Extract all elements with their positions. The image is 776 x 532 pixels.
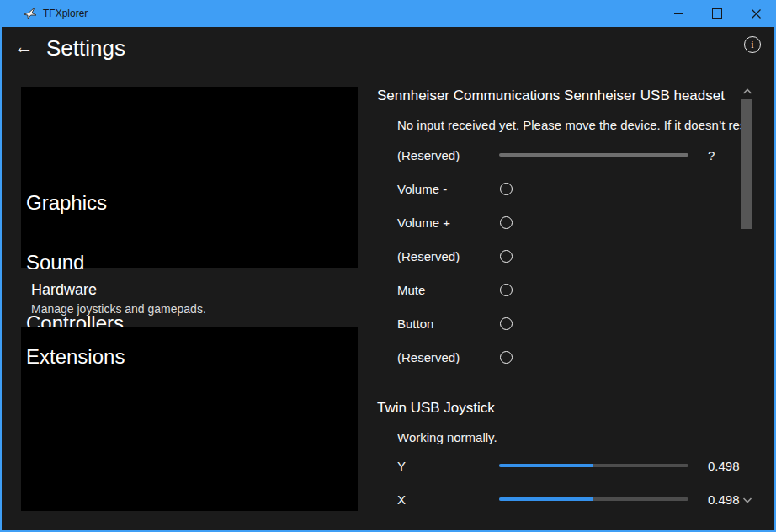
maximize-button[interactable] <box>698 0 736 27</box>
app-window: TFXplorer ← Settings i Graphics Sound Co… <box>0 0 776 532</box>
close-button[interactable] <box>736 0 775 27</box>
info-button[interactable]: i <box>744 36 761 53</box>
info-icon: i <box>751 39 753 51</box>
control-label: Mute <box>397 283 494 297</box>
sidebar-item-graphics[interactable]: Graphics <box>26 191 107 215</box>
app-jet-icon <box>23 6 38 21</box>
control-label: Volume - <box>397 182 494 196</box>
axis-value: ? <box>708 148 741 162</box>
slider-fill <box>499 497 593 501</box>
button-state-indicator[interactable] <box>500 284 513 296</box>
device-status: Working normally. <box>397 430 744 444</box>
minimize-icon <box>674 13 683 14</box>
device-name: Sennheiser Communications Sennheiser USB… <box>377 88 725 104</box>
page-title: Settings <box>46 35 125 61</box>
axis-value: 0.498 <box>708 492 741 507</box>
button-state-indicator[interactable] <box>500 216 513 229</box>
titlebar: TFXplorer <box>0 0 776 27</box>
axis-slider[interactable] <box>499 464 688 467</box>
axis-label: Y <box>397 459 494 473</box>
sidebar-item-sound[interactable]: Sound <box>26 251 84 274</box>
control-label: Button <box>397 317 494 331</box>
control-label: (Reserved) <box>397 249 494 263</box>
device-name: Twin USB Joystick <box>377 400 495 417</box>
device-status: No input received yet. Please move the d… <box>397 118 744 132</box>
control-label: (Reserved) <box>397 148 494 162</box>
button-state-indicator[interactable] <box>500 351 513 364</box>
sidebar-item-extensions[interactable]: Extensions <box>26 345 125 369</box>
axis-label: X <box>397 492 494 507</box>
app-title: TFXplorer <box>43 0 88 27</box>
back-button[interactable]: ← <box>8 32 39 61</box>
axis-slider[interactable] <box>499 153 688 157</box>
scrollbar-thumb[interactable] <box>741 99 752 229</box>
sidebar-item-hardware[interactable]: Hardware Manage joysticks and gamepads. <box>21 278 358 323</box>
close-icon <box>752 9 761 19</box>
axis-slider[interactable] <box>499 497 688 501</box>
button-state-indicator[interactable] <box>500 183 513 195</box>
hardware-title: Hardware <box>31 281 97 299</box>
slider-fill <box>499 464 593 467</box>
maximize-icon <box>712 8 722 19</box>
hardware-description: Manage joysticks and gamepads. <box>31 302 206 316</box>
control-label: (Reserved) <box>397 350 494 364</box>
nav-tile-extensions: Extensions <box>21 327 358 511</box>
scroll-down-arrow[interactable] <box>742 497 752 503</box>
scroll-up-arrow[interactable] <box>742 88 752 95</box>
minimize-button[interactable] <box>659 0 698 27</box>
control-label: Volume + <box>397 215 494 230</box>
nav-tile-main: Graphics Sound Controllers <box>21 87 358 268</box>
button-state-indicator[interactable] <box>500 250 513 263</box>
button-state-indicator[interactable] <box>500 317 513 330</box>
axis-value: 0.498 <box>708 459 741 473</box>
